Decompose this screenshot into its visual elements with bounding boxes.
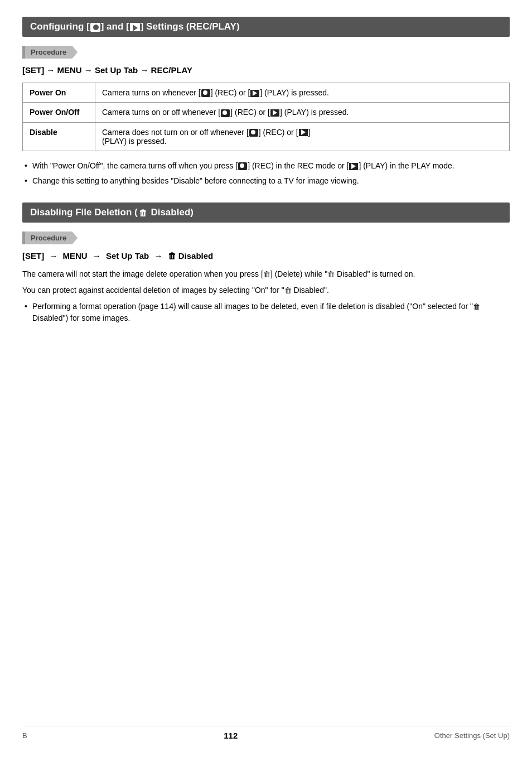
table-desc-disable: Camera does not turn on or off whenever … [95,122,510,151]
table-row: Power On/Off Camera turns on or off when… [23,103,510,122]
section1-header: Configuring [ ] and [ ] Settings (REC/PL… [22,17,510,37]
table-desc-power-onoff: Camera turns on or off whenever [ ] (REC… [95,103,510,122]
procedure-badge-1: Procedure [22,46,510,59]
table-row: Disable Camera does not turn on or off w… [23,122,510,151]
procedure-badge-2: Procedure [22,232,510,244]
bullet-item: With "Power On/Off", the camera turns of… [22,160,510,172]
section2-body2: You can protect against accidental delet… [22,285,510,296]
bullet-item: Performing a format operation (page 114)… [22,301,510,324]
footer-right: Other Settings (Set Up) [434,731,510,740]
page-footer: B 112 Other Settings (Set Up) [22,726,510,740]
table-row: Power On Camera turns on whenever [ ] (R… [23,83,510,103]
table-label-disable: Disable [23,122,95,151]
table-desc-power-on: Camera turns on whenever [ ] (REC) or [ … [95,83,510,103]
section2-bullets: Performing a format operation (page 114)… [22,301,510,324]
section2-nav-path: [SET] → MENU → Set Up Tab → 🗑 Disabled [22,251,510,261]
section2-header: Disabling File Deletion (🗑 Disabled) [22,202,510,223]
table-label-power-on: Power On [23,83,95,103]
settings-table: Power On Camera turns on whenever [ ] (R… [22,83,510,151]
page-number: 112 [224,731,238,740]
table-label-power-onoff: Power On/Off [23,103,95,122]
section1-bullets: With "Power On/Off", the camera turns of… [22,160,510,187]
bullet-item: Change this setting to anything besides … [22,175,510,187]
section2: Disabling File Deletion (🗑 Disabled) Pro… [22,202,510,324]
footer-left: B [22,731,27,740]
section1-nav-path: [SET] → MENU → Set Up Tab → REC/PLAY [22,65,510,75]
section1: Configuring [ ] and [ ] Settings (REC/PL… [22,17,510,187]
section2-body1: The camera will not start the image dele… [22,268,510,280]
